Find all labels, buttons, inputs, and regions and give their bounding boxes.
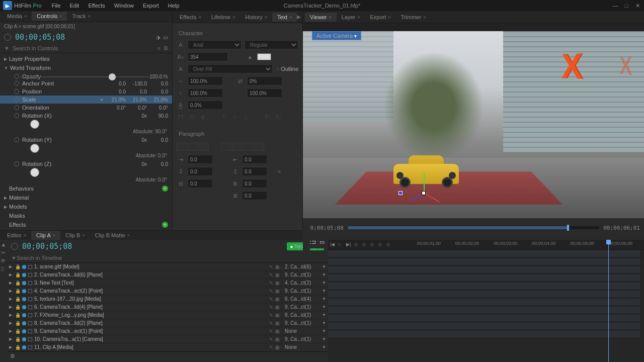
panel-icon[interactable]: ▭: [163, 34, 168, 41]
tab-track[interactable]: Track ≡: [67, 12, 95, 21]
menu-export[interactable]: Export: [139, 2, 163, 10]
opacity-slider[interactable]: [20, 76, 168, 77]
layer-row[interactable]: ▶🔒6. CameraTrack...lid(4) [Plane]✎▦9. Ca…: [7, 303, 328, 311]
tab-controls[interactable]: Controls ≡: [32, 12, 67, 21]
tab-text[interactable]: Text ≡: [272, 13, 297, 22]
close-button[interactable]: ✕: [634, 2, 641, 9]
timeline-ruler[interactable]: |◀ ○ ▶| ◇ ◇◇◇◇ 00;00;01;0000;00;02;0000;…: [328, 240, 644, 250]
edit-icon[interactable]: ✎: [269, 281, 274, 285]
3d-car-model[interactable]: [393, 155, 459, 188]
viewport[interactable]: X X: [303, 31, 644, 218]
layer-row[interactable]: ▶🔒4. CameraTrack...ect(2) [Point]✎▦9. Ca…: [7, 287, 328, 295]
layer-row[interactable]: ▶🔒3. New Text [Text]✎▦4. Ca...ct(2)▼: [7, 279, 328, 287]
keyframe-toggle[interactable]: [14, 113, 19, 118]
timeline-track[interactable]: [328, 282, 644, 290]
solo-box[interactable]: [28, 305, 32, 309]
tab-clip-b-matte[interactable]: Clip B Matte ×: [90, 231, 135, 240]
effects-header[interactable]: Effects+: [0, 220, 172, 229]
tab-scroll-right[interactable]: ▶: [297, 14, 301, 20]
edit-icon[interactable]: ✎: [269, 337, 274, 341]
keyframe-toggle[interactable]: [14, 89, 19, 94]
timeline-track[interactable]: [328, 258, 644, 266]
layer-row[interactable]: ▶🔒1. scene.gltf [Model]✎▦2. Ca...id(6)▼: [7, 263, 328, 271]
outline-toggle[interactable]: ○ Outline: [276, 66, 298, 72]
track2-input[interactable]: [247, 88, 282, 98]
solo-box[interactable]: [28, 289, 32, 293]
fx-icon[interactable]: ▦: [275, 337, 280, 341]
fx-icon[interactable]: ▦: [275, 289, 280, 293]
fx-icon[interactable]: ▦: [275, 273, 280, 277]
menu-help[interactable]: Help: [164, 2, 184, 10]
set-kf[interactable]: ○: [338, 242, 344, 248]
blend-dropdown[interactable]: ▼: [322, 297, 326, 301]
align-left[interactable]: [177, 143, 187, 151]
timeline-track[interactable]: [328, 290, 644, 298]
fx-icon[interactable]: ▦: [275, 313, 280, 317]
blend-dropdown[interactable]: ▼: [322, 289, 326, 293]
position-row[interactable]: Position 0.00.00.0: [0, 87, 172, 96]
visibility-dot[interactable]: [22, 305, 26, 309]
solo-box[interactable]: [28, 337, 32, 341]
solo-box[interactable]: [28, 265, 32, 269]
blend-dropdown[interactable]: ▼: [322, 305, 326, 309]
kf-diamond[interactable]: ◇: [354, 242, 360, 248]
material-header[interactable]: ▶Material: [0, 193, 172, 202]
active-camera-dropdown[interactable]: Active Camera ▾: [312, 31, 361, 40]
screen-icon[interactable]: ▭: [318, 239, 326, 247]
edit-icon[interactable]: ✎: [269, 313, 274, 317]
lock-icon[interactable]: 🔒: [15, 313, 20, 318]
tab-effects[interactable]: Effects ≡: [175, 13, 206, 22]
lock-icon[interactable]: 🔒: [15, 345, 20, 350]
link-icon[interactable]: ⚭: [100, 97, 104, 103]
rotation-z-dial[interactable]: [30, 168, 39, 177]
size-input[interactable]: [188, 52, 228, 61]
color-swatch[interactable]: [257, 53, 271, 60]
timecode[interactable]: 00;00;05;08: [15, 33, 65, 42]
fill-select[interactable]: Over Fill: [188, 64, 273, 73]
anchor-row[interactable]: Anchor Point 0.0-130.00.0: [0, 79, 172, 87]
tab-trimmer[interactable]: Trimmer ≡: [396, 13, 431, 22]
visibility-dot[interactable]: [22, 281, 26, 285]
lock-icon[interactable]: 🔒: [15, 329, 20, 334]
keyframe-toggle[interactable]: [14, 137, 19, 142]
hscale-input[interactable]: [188, 76, 223, 85]
visibility-dot[interactable]: [22, 345, 26, 349]
layer-row[interactable]: ▶🔒7. FXhome_Log...y.png [Media]✎▦8. Ca..…: [7, 311, 328, 319]
rotation-x-dial[interactable]: [30, 120, 39, 129]
add-effect-button[interactable]: +: [162, 222, 168, 228]
fx-icon[interactable]: ▦: [275, 329, 280, 333]
lock-icon[interactable]: 🔒: [15, 289, 20, 294]
snap-tool[interactable]: ⌷: [1, 266, 6, 271]
timeline-track[interactable]: [328, 330, 644, 338]
layer-properties-header[interactable]: ▶Layer Properties: [0, 54, 172, 63]
playhead[interactable]: [608, 240, 609, 362]
rotation-y-row[interactable]: Rotation (Y) 0x0.0: [0, 136, 172, 144]
weight-select[interactable]: Regular: [245, 40, 298, 49]
justify-full[interactable]: [254, 143, 264, 151]
indent-left[interactable]: [188, 155, 213, 164]
transport-timecode[interactable]: 00;00;05;08: [307, 225, 344, 231]
timeline-search[interactable]: [17, 255, 324, 261]
tab-media[interactable]: Media ≡: [2, 12, 32, 21]
edit-icon[interactable]: ✎: [269, 305, 274, 309]
rotation-y-dial[interactable]: [30, 144, 39, 153]
timeline-track[interactable]: [328, 306, 644, 314]
fx-icon[interactable]: ▦: [275, 264, 280, 269]
scrubber[interactable]: [348, 226, 599, 229]
list-view-icon[interactable]: ≡: [157, 45, 160, 51]
keyframe-toggle[interactable]: [14, 74, 19, 79]
models-header[interactable]: ▶Models: [0, 202, 172, 211]
tab-clip-a[interactable]: Clip A ×: [31, 231, 60, 240]
minimize-button[interactable]: —: [612, 2, 619, 9]
editor-timecode[interactable]: 00;00;05;08: [22, 242, 72, 251]
fx-icon[interactable]: ▦: [275, 305, 280, 309]
layer-row[interactable]: ▶🔒10. CameraTra...a(1) [Camera]✎▦9. Ca..…: [7, 335, 328, 343]
solo-box[interactable]: [28, 345, 32, 349]
tab-lifetime[interactable]: Lifetime ≡: [206, 13, 240, 22]
edit-icon[interactable]: ✎: [269, 329, 274, 333]
select-tool[interactable]: ▲: [1, 242, 6, 247]
solo-box[interactable]: [28, 329, 32, 333]
tab-clip-b[interactable]: Clip B ×: [60, 231, 90, 240]
timeline-track[interactable]: [328, 250, 644, 258]
keyframe-toggle[interactable]: [14, 105, 19, 110]
